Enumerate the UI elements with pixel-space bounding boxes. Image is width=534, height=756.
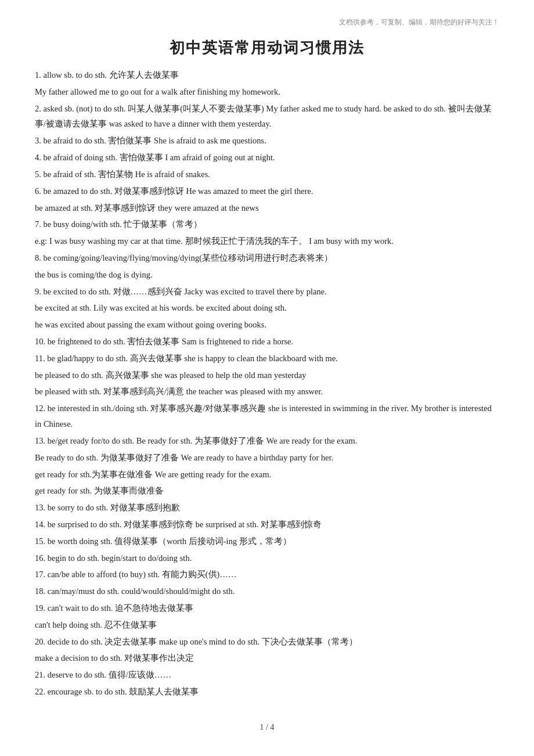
content-line: 14. be surprised to do sth. 对做某事感到惊奇 be … — [35, 517, 499, 532]
content-line: 1. allow sb. to do sth. 允许某人去做某事 — [35, 67, 499, 83]
page-number: 1 / 4 — [35, 723, 499, 732]
content-line: get ready for sth. 为做某事而做准备 — [35, 483, 499, 499]
page-title: 初中英语常用动词习惯用法 — [35, 38, 499, 58]
content-line: 17. can/be able to afford (to buy) sth. … — [35, 567, 499, 582]
content-line: 12. be interested in sth./doing sth. 对某事… — [35, 401, 499, 432]
content-line: can't help doing sth. 忍不住做某事 — [35, 617, 499, 633]
content-line: My father allowed me to go out for a wal… — [35, 84, 499, 100]
content-line: 13. be sorry to do sth. 对做某事感到抱歉 — [35, 500, 499, 516]
content-line: 8. be coming/going/leaving/flying/moving… — [35, 250, 499, 266]
content-line: 9. be excited to do sth. 对做……感到兴奋 Jacky … — [35, 284, 499, 300]
content-line: 10. be frightened to do sth. 害怕去做某事 Sam … — [35, 334, 499, 350]
content-line: e.g: I was busy washing my car at that t… — [35, 233, 499, 249]
content-line: the bus is coming/the dog is dying. — [35, 267, 499, 283]
content-line: 3. be afraid to do sth. 害怕做某事 She is afr… — [35, 133, 499, 149]
content-line: 21. deserve to do sth. 值得/应该做…… — [35, 667, 499, 683]
content-line: 11. be glad/happy to do sth. 高兴去做某事 she … — [35, 351, 499, 366]
watermark: 文档供参考，可复制、编辑，期待您的好评与关注！ — [35, 17, 499, 27]
content-line: 20. decide to do sth. 决定去做某事 make up one… — [35, 634, 499, 650]
content-line: 6. be amazed to do sth. 对做某事感到惊讶 He was … — [35, 183, 499, 199]
content-line: 13. be/get ready for/to do sth. Be ready… — [35, 433, 499, 449]
content-line: 15. be worth doing sth. 值得做某事（worth 后接动词… — [35, 534, 499, 549]
content-line: 7. be busy doing/with sth. 忙于做某事（常考） — [35, 217, 499, 232]
content-line: 19. can't wait to do sth. 迫不急待地去做某事 — [35, 600, 499, 616]
content-line: make a decision to do sth. 对做某事作出决定 — [35, 650, 499, 666]
content-line: be pleased to do sth. 高兴做某事 she was plea… — [35, 368, 499, 383]
content-line: be pleased with sth. 对某事感到高兴/满意 the teac… — [35, 384, 499, 399]
content-line: he was excited about passing the exam wi… — [35, 317, 499, 333]
content-line: 22. encourage sb. to do sth. 鼓励某人去做某事 — [35, 684, 499, 700]
content-line: be amazed at sth. 对某事感到惊讶 they were amaz… — [35, 200, 499, 216]
content-line: Be ready to do sth. 为做某事做好了准备 We are rea… — [35, 450, 499, 466]
content-line: get ready for sth.为某事在做准备 We are getting… — [35, 467, 499, 483]
content-line: 18. can/may/must do sth. could/would/sho… — [35, 584, 499, 599]
content-line: 16. begin to do sth. begin/start to do/d… — [35, 550, 499, 566]
main-content: 1. allow sb. to do sth. 允许某人去做某事My fathe… — [35, 67, 499, 700]
content-line: 4. be afraid of doing sth. 害怕做某事 I am af… — [35, 150, 499, 165]
content-line: 2. asked sb. (not) to do sth. 叫某人做某事(叫某人… — [35, 101, 499, 132]
content-line: 5. be afraid of sth. 害怕某物 He is afraid o… — [35, 167, 499, 182]
content-line: be excited at sth. Lily was excited at h… — [35, 300, 499, 316]
